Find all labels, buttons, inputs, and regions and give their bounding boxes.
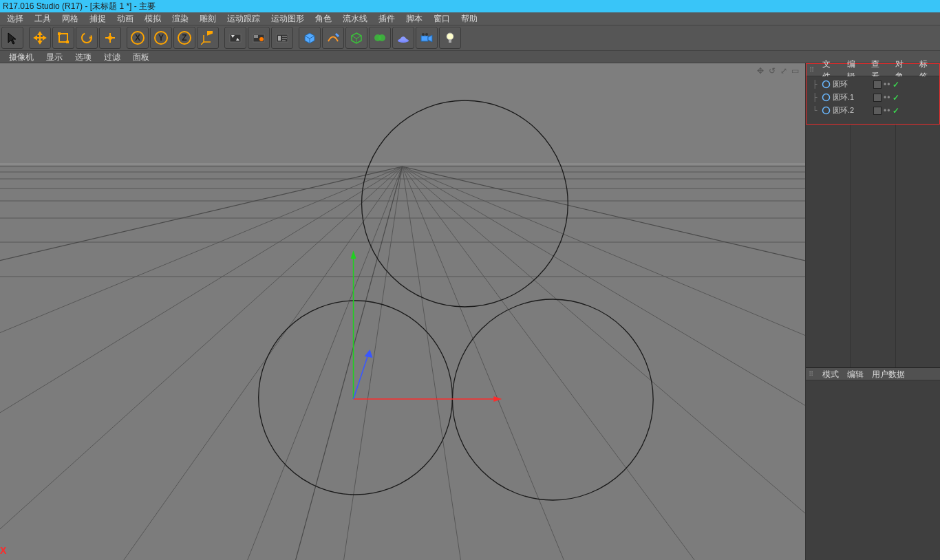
- render-settings-button[interactable]: [271, 27, 293, 49]
- svg-point-24: [422, 33, 425, 36]
- svg-text:Y: Y: [158, 33, 164, 43]
- visibility-dots-icon[interactable]: ••: [884, 80, 890, 89]
- zoom-icon[interactable]: ⤢: [779, 66, 788, 75]
- menu-item[interactable]: 动画: [111, 12, 139, 25]
- tree-branch-icon: ├: [811, 80, 819, 89]
- svg-point-16: [259, 37, 264, 41]
- camera-button[interactable]: [416, 27, 438, 49]
- object-row[interactable]: ├ 圆环.1 •• ✓: [807, 91, 939, 104]
- svg-point-26: [447, 33, 453, 40]
- viewport-menu-item[interactable]: 过滤: [98, 51, 127, 63]
- svg-line-43: [344, 166, 403, 560]
- z-axis-button[interactable]: Z: [173, 27, 195, 49]
- svg-rect-17: [254, 35, 258, 38]
- svg-rect-11: [207, 31, 213, 36]
- panel-grip-icon[interactable]: ⠿: [809, 66, 818, 74]
- visibility-dots-icon[interactable]: ••: [884, 93, 890, 103]
- render-view-button[interactable]: [224, 27, 246, 49]
- menu-item[interactable]: 运动跟踪: [222, 12, 266, 25]
- move-tool-button[interactable]: [29, 27, 51, 49]
- svg-line-45: [403, 166, 564, 560]
- object-manager[interactable]: ├ 圆环 •• ✓ ├ 圆环.1 •• ✓ └ 圆环.2 ••: [806, 76, 940, 125]
- x-axis-button[interactable]: X: [127, 27, 149, 49]
- attribute-manager-tabs: ⠿ 模式 编辑 用户数据: [806, 368, 940, 380]
- tree-branch-icon: ├: [811, 93, 819, 102]
- menu-item[interactable]: 帮助: [456, 12, 483, 25]
- object-manager-empty: [806, 125, 940, 367]
- panel-grip-icon[interactable]: ⠿: [809, 370, 818, 378]
- menu-item[interactable]: 窗口: [428, 12, 456, 25]
- pan-icon[interactable]: ✥: [756, 66, 765, 75]
- light-button[interactable]: [439, 27, 461, 49]
- svg-line-39: [0, 166, 403, 560]
- svg-rect-27: [449, 40, 451, 43]
- cursor-tool-button[interactable]: [1, 27, 23, 49]
- menu-item[interactable]: 捕捉: [84, 12, 111, 25]
- scale-tool-button[interactable]: [52, 27, 74, 49]
- enabled-check-icon[interactable]: ✓: [893, 106, 899, 116]
- attribute-body: [806, 380, 940, 560]
- rotate-tool-button[interactable]: [76, 27, 98, 49]
- menu-item[interactable]: 运动图形: [266, 12, 310, 25]
- spline-button[interactable]: [322, 27, 344, 49]
- menu-item[interactable]: 角色: [310, 12, 337, 25]
- panel-tab[interactable]: 编辑: [843, 368, 868, 380]
- viewport-menu-item[interactable]: 摄像机: [3, 51, 40, 63]
- viewport-3d[interactable]: ✥ ↺ ⤢ ▭ X: [0, 63, 806, 560]
- svg-marker-59: [493, 396, 502, 402]
- layer-color-icon[interactable]: [873, 80, 882, 89]
- svg-point-55: [452, 299, 653, 500]
- enabled-check-icon[interactable]: ✓: [893, 93, 899, 103]
- environment-button[interactable]: [392, 27, 414, 49]
- free-transform-button[interactable]: [99, 27, 121, 49]
- menu-item[interactable]: 模拟: [139, 12, 167, 25]
- svg-point-25: [425, 33, 428, 36]
- layer-color-icon[interactable]: [873, 107, 882, 115]
- layer-color-icon[interactable]: [873, 94, 882, 102]
- viewport-menu-item[interactable]: 面板: [127, 51, 156, 63]
- visibility-dots-icon[interactable]: ••: [884, 106, 890, 116]
- svg-text:Z: Z: [182, 33, 186, 43]
- object-row[interactable]: ├ 圆环 •• ✓: [807, 78, 939, 91]
- generator-button[interactable]: [345, 27, 367, 49]
- svg-rect-1: [58, 32, 61, 35]
- svg-point-64: [822, 107, 829, 114]
- svg-line-38: [0, 166, 403, 560]
- menu-item[interactable]: 选择: [1, 12, 29, 25]
- svg-point-63: [822, 94, 829, 101]
- coord-system-button[interactable]: [197, 27, 219, 49]
- viewport-menu-item[interactable]: 选项: [69, 51, 98, 63]
- spline-icon: [821, 93, 831, 103]
- tree-branch-icon: └: [811, 106, 819, 115]
- deformer-button[interactable]: [369, 27, 391, 49]
- viewport-menu-bar: 摄像机 显示 选项 过滤 面板: [0, 51, 940, 63]
- svg-point-62: [822, 81, 829, 88]
- enabled-check-icon[interactable]: ✓: [893, 80, 899, 89]
- menu-item[interactable]: 插件: [373, 12, 400, 25]
- svg-line-52: [0, 166, 403, 277]
- spline-icon: [821, 80, 831, 89]
- svg-point-54: [259, 301, 453, 495]
- menu-item[interactable]: 渲染: [167, 12, 194, 25]
- menu-item[interactable]: 流水线: [337, 12, 373, 25]
- y-axis-button[interactable]: Y: [150, 27, 172, 49]
- menu-item[interactable]: 工具: [29, 12, 56, 25]
- primitive-button[interactable]: [299, 27, 321, 49]
- orbit-icon[interactable]: ↺: [767, 66, 776, 75]
- viewport-nav-icons: ✥ ↺ ⤢ ▭: [756, 66, 800, 75]
- panel-tab[interactable]: 用户数据: [868, 368, 909, 380]
- viewport-menu-item[interactable]: 显示: [40, 51, 69, 63]
- spline-icon: [821, 106, 831, 116]
- viewport-canvas: [0, 63, 805, 560]
- render-region-button[interactable]: [248, 27, 270, 49]
- menu-item[interactable]: 雕刻: [194, 12, 222, 25]
- menu-item[interactable]: 脚本: [400, 12, 428, 25]
- svg-line-41: [124, 166, 403, 560]
- object-row[interactable]: └ 圆环.2 •• ✓: [807, 104, 939, 117]
- svg-marker-61: [365, 349, 373, 358]
- panel-tab[interactable]: 模式: [818, 368, 843, 380]
- menu-item[interactable]: 网格: [56, 12, 84, 25]
- axis-indicator: X: [0, 545, 6, 556]
- maximize-icon[interactable]: ▭: [791, 66, 800, 75]
- object-label: 圆环.2: [833, 105, 871, 116]
